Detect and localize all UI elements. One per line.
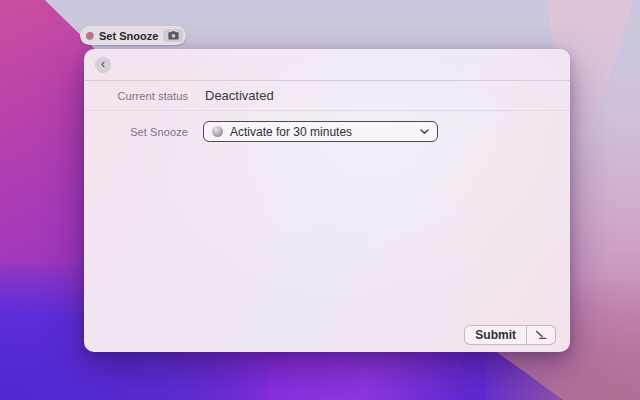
back-chevron-icon: ‹	[101, 58, 105, 70]
camera-chip[interactable]	[163, 29, 183, 42]
desktop: Set Snooze ‹ Current status Deactivated …	[0, 0, 640, 400]
current-status-row: Current status Deactivated	[84, 81, 570, 111]
set-snooze-panel: ‹ Current status Deactivated Set Snooze …	[84, 49, 570, 352]
current-status-value: Deactivated	[205, 88, 274, 103]
back-button[interactable]: ‹	[95, 57, 111, 73]
return-key-icon	[527, 326, 555, 344]
chevron-down-icon	[420, 129, 429, 135]
snooze-sphere-icon	[212, 126, 223, 137]
submit-button[interactable]: Submit	[464, 325, 556, 345]
panel-header: ‹	[84, 49, 570, 81]
set-snooze-label: Set Snooze	[84, 126, 188, 138]
current-status-label: Current status	[84, 90, 188, 102]
submit-label: Submit	[465, 326, 526, 344]
set-snooze-tag[interactable]: Set Snooze	[80, 26, 186, 45]
set-snooze-row: Set Snooze Activate for 30 minutes	[84, 111, 570, 142]
tag-label: Set Snooze	[99, 30, 158, 42]
snooze-duration-dropdown[interactable]: Activate for 30 minutes	[203, 121, 438, 142]
camera-icon	[168, 31, 179, 40]
app-flower-icon	[86, 32, 94, 40]
dropdown-selected-value: Activate for 30 minutes	[230, 125, 352, 139]
